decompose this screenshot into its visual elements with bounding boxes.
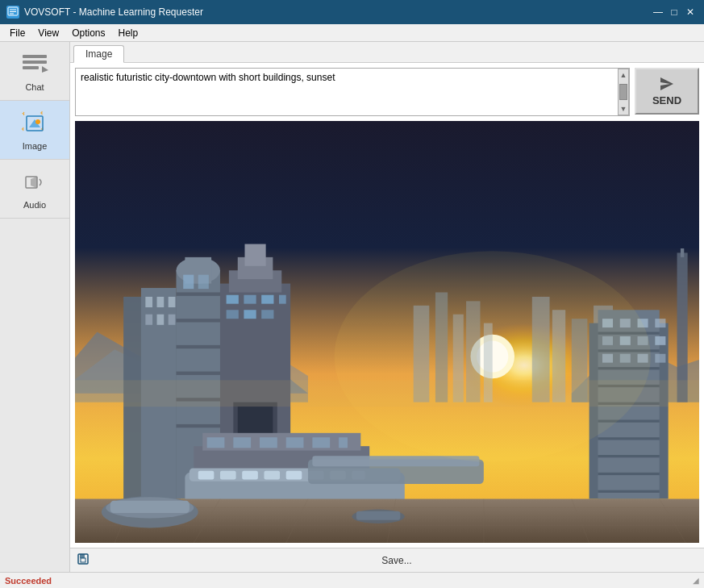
input-row: realistic futuristic city-downtown with … [75, 68, 699, 116]
scroll-indicator[interactable]: ▲ ▼ [618, 69, 629, 115]
svg-rect-62 [244, 295, 256, 304]
scroll-down-arrow[interactable]: ▼ [620, 105, 627, 113]
svg-rect-65 [227, 310, 239, 319]
svg-rect-45 [169, 315, 176, 325]
svg-marker-17 [660, 77, 673, 90]
menu-help[interactable]: Help [112, 26, 145, 40]
audio-icon [19, 168, 51, 197]
app-icon [6, 6, 19, 19]
chat-icon [19, 50, 51, 79]
svg-rect-112 [598, 473, 660, 475]
save-label[interactable]: Save... [96, 555, 698, 566]
title-bar-controls: — □ ✕ [651, 5, 698, 19]
save-bar: Save... [70, 548, 704, 572]
svg-marker-7 [42, 66, 48, 73]
svg-rect-6 [23, 66, 39, 69]
svg-rect-67 [261, 310, 273, 319]
sidebar: Chat [0, 42, 70, 572]
generated-image [75, 121, 699, 543]
svg-rect-75 [286, 437, 304, 448]
sidebar-item-chat[interactable]: Chat [0, 42, 69, 101]
send-icon [659, 76, 675, 92]
sidebar-item-image[interactable]: Image [0, 101, 69, 160]
svg-rect-44 [157, 315, 165, 325]
svg-marker-16 [31, 177, 37, 188]
scroll-thumb[interactable] [619, 84, 627, 100]
svg-rect-131 [75, 380, 699, 407]
svg-rect-77 [339, 437, 348, 448]
prompt-input[interactable]: realistic futuristic city-downtown with … [76, 69, 618, 115]
image-display [75, 121, 699, 543]
prompt-wrapper: realistic futuristic city-downtown with … [75, 68, 630, 116]
svg-rect-52 [177, 372, 220, 375]
svg-rect-80 [198, 471, 215, 480]
svg-point-14 [35, 119, 40, 124]
title-bar-left: VOVSOFT - Machine Learning Requester [6, 6, 203, 19]
svg-rect-73 [233, 437, 251, 448]
svg-rect-51 [177, 345, 220, 348]
sidebar-item-audio[interactable]: Audio [0, 160, 69, 219]
svg-rect-5 [23, 60, 47, 64]
svg-marker-9 [40, 111, 43, 115]
svg-rect-74 [260, 437, 277, 448]
close-button[interactable]: ✕ [683, 5, 698, 19]
svg-rect-50 [177, 319, 220, 322]
svg-rect-64 [279, 295, 286, 304]
tab-image[interactable]: Image [73, 45, 124, 63]
menu-bar: File View Options Help [0, 24, 704, 42]
svg-rect-61 [227, 295, 239, 304]
sidebar-label-audio: Audio [23, 200, 46, 210]
svg-rect-56 [198, 275, 209, 289]
svg-rect-82 [242, 471, 258, 480]
svg-point-130 [335, 251, 651, 461]
svg-rect-103 [655, 354, 665, 363]
svg-marker-8 [22, 111, 24, 115]
svg-rect-43 [145, 315, 152, 325]
main-content: Chat [0, 42, 704, 572]
svg-rect-54 [177, 424, 220, 427]
svg-rect-40 [145, 297, 152, 307]
svg-rect-113 [598, 490, 660, 493]
svg-rect-49 [177, 292, 220, 295]
svg-rect-76 [312, 437, 330, 448]
send-button[interactable]: SEND [635, 68, 699, 115]
image-icon [19, 109, 51, 138]
svg-rect-81 [220, 471, 236, 480]
svg-rect-60 [244, 244, 265, 266]
scroll-up-arrow[interactable]: ▲ [620, 71, 627, 79]
svg-rect-127 [110, 501, 190, 513]
svg-rect-41 [157, 297, 165, 307]
menu-view[interactable]: View [31, 26, 65, 40]
svg-rect-129 [356, 511, 400, 520]
save-icon[interactable] [77, 553, 90, 569]
svg-rect-84 [286, 471, 302, 480]
menu-options[interactable]: Options [65, 26, 111, 40]
svg-rect-25 [677, 252, 688, 402]
svg-marker-10 [21, 127, 23, 131]
svg-rect-99 [655, 336, 665, 345]
status-text: Succeeded [5, 576, 52, 586]
svg-rect-72 [207, 437, 225, 448]
svg-rect-71 [202, 433, 360, 451]
svg-rect-110 [598, 437, 660, 440]
svg-rect-26 [681, 248, 684, 257]
maximize-button[interactable]: □ [667, 5, 681, 19]
minimize-button[interactable]: — [651, 5, 665, 19]
tab-bar: Image [70, 42, 704, 63]
svg-rect-42 [169, 297, 176, 307]
svg-rect-111 [598, 455, 660, 457]
sidebar-label-image: Image [23, 141, 48, 151]
sidebar-label-chat: Chat [25, 82, 44, 92]
title-bar: VOVSOFT - Machine Learning Requester — □… [0, 0, 704, 24]
svg-rect-133 [80, 554, 85, 558]
svg-rect-83 [264, 471, 280, 480]
svg-rect-4 [23, 55, 47, 58]
svg-rect-95 [655, 319, 665, 327]
status-bar: Succeeded ◢ [0, 572, 704, 588]
content-area: realistic futuristic city-downtown with … [70, 63, 704, 548]
menu-file[interactable]: File [3, 26, 31, 40]
resize-grip: ◢ [693, 576, 699, 585]
svg-rect-134 [81, 558, 85, 562]
window-title: VOVSOFT - Machine Learning Requester [24, 6, 203, 18]
right-panel: Image realistic futuristic city-downtown… [70, 42, 704, 572]
